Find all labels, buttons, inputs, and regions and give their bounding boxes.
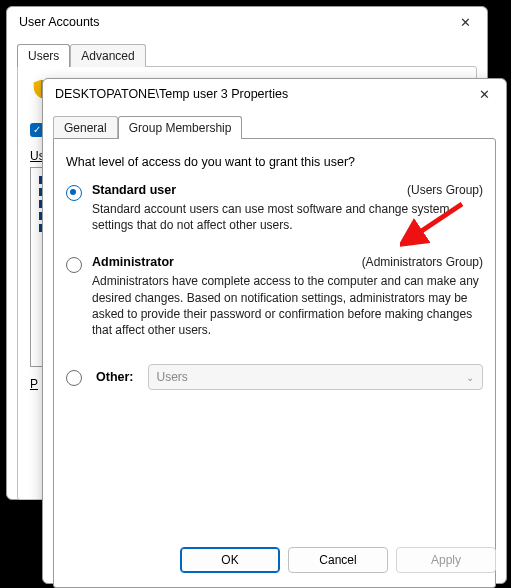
apply-button[interactable]: Apply <box>396 547 496 573</box>
option-standard-user[interactable]: Standard user (Users Group) Standard acc… <box>66 183 483 233</box>
option-other[interactable]: Other: Users ⌄ <box>66 364 483 390</box>
combo-value: Users <box>157 370 188 384</box>
option-title: Standard user <box>92 183 176 197</box>
titlebar: User Accounts ✕ <box>7 7 487 37</box>
titlebar: DESKTOPATONE\Temp user 3 Properties ✕ <box>43 79 506 109</box>
option-description: Administrators have complete access to t… <box>92 273 483 338</box>
radio-other[interactable] <box>66 370 82 386</box>
tab-general[interactable]: General <box>53 116 118 139</box>
tab-strip: General Group Membership <box>53 115 496 138</box>
prompt-text: What level of access do you want to gran… <box>66 155 483 169</box>
tab-group-membership[interactable]: Group Membership <box>118 116 243 139</box>
ok-button[interactable]: OK <box>180 547 280 573</box>
close-icon[interactable]: ✕ <box>451 11 479 33</box>
properties-window: DESKTOPATONE\Temp user 3 Properties ✕ Ge… <box>42 78 507 584</box>
option-administrator[interactable]: Administrator (Administrators Group) Adm… <box>66 255 483 338</box>
chevron-down-icon: ⌄ <box>466 372 474 383</box>
tab-panel: What level of access do you want to gran… <box>53 138 496 588</box>
cancel-button[interactable]: Cancel <box>288 547 388 573</box>
other-group-combo[interactable]: Users ⌄ <box>148 364 484 390</box>
option-title: Other: <box>96 370 134 384</box>
option-group: (Users Group) <box>407 183 483 197</box>
window-title: User Accounts <box>19 15 451 29</box>
window-title: DESKTOPATONE\Temp user 3 Properties <box>55 87 470 101</box>
radio-standard[interactable] <box>66 185 82 201</box>
tab-advanced[interactable]: Advanced <box>70 44 145 67</box>
radio-administrator[interactable] <box>66 257 82 273</box>
close-icon[interactable]: ✕ <box>470 83 498 105</box>
dialog-buttons: OK Cancel Apply <box>180 547 496 573</box>
option-group: (Administrators Group) <box>362 255 483 269</box>
tab-strip: Users Advanced <box>17 43 477 66</box>
option-description: Standard account users can use most soft… <box>92 201 483 233</box>
tab-users[interactable]: Users <box>17 44 70 67</box>
option-title: Administrator <box>92 255 174 269</box>
properties-label: P <box>30 377 38 391</box>
